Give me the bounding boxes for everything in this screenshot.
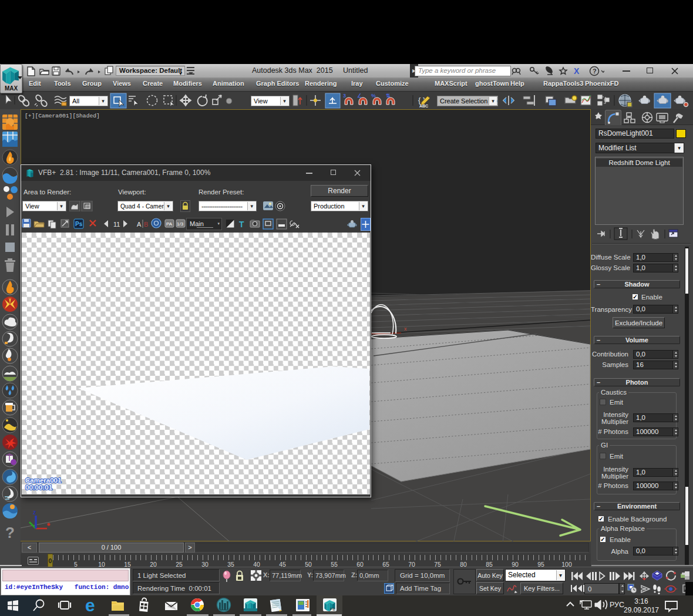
svg-text:FB: FB [330,607,335,611]
svg-text:⇅: ⇅ [386,93,391,99]
svg-text:?: ? [5,524,15,541]
svg-text:1/3: 1/3 [177,221,184,227]
svg-text:e: e [85,595,95,615]
svg-text:Ps: Ps [75,221,83,227]
svg-text:ABC: ABC [419,104,428,108]
svg-text:PA: PA [166,221,173,227]
svg-text:B: B [144,221,148,228]
svg-text:3: 3 [343,93,346,99]
svg-text:∠: ∠ [357,93,362,99]
svg-text:00:00:01: 00:00:01 [25,484,53,491]
svg-text:Camera001: Camera001 [25,477,62,484]
svg-text:?: ? [593,68,597,75]
svg-text:A: A [137,221,142,228]
svg-text:x: x [404,326,407,332]
svg-text:z: z [33,509,36,516]
svg-text:11: 11 [113,221,120,228]
svg-text:T: T [239,220,244,229]
svg-text:X: X [574,66,580,76]
svg-text:%: % [371,93,376,99]
